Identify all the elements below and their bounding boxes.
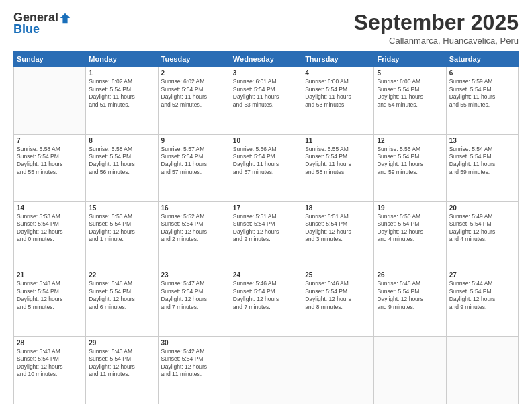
day-number: 22 (89, 271, 154, 279)
logo: General Blue (13, 11, 71, 36)
day-info: Sunrise: 6:02 AM Sunset: 5:54 PM Dayligh… (89, 78, 154, 109)
calendar-cell: 19Sunrise: 5:50 AM Sunset: 5:54 PM Dayli… (374, 201, 446, 269)
day-info: Sunrise: 5:53 AM Sunset: 5:54 PM Dayligh… (89, 213, 154, 244)
calendar-week-row: 14Sunrise: 5:53 AM Sunset: 5:54 PM Dayli… (14, 201, 519, 269)
calendar-cell: 4Sunrise: 6:00 AM Sunset: 5:54 PM Daylig… (302, 67, 374, 134)
svg-marker-0 (60, 13, 70, 22)
day-info: Sunrise: 6:01 AM Sunset: 5:54 PM Dayligh… (233, 78, 299, 109)
day-number: 19 (377, 204, 443, 212)
day-info: Sunrise: 5:51 AM Sunset: 5:54 PM Dayligh… (233, 213, 299, 244)
calendar-week-row: 28Sunrise: 5:43 AM Sunset: 5:54 PM Dayli… (14, 336, 519, 404)
calendar-cell (446, 336, 518, 404)
weekday-header-friday: Friday (374, 52, 446, 67)
day-info: Sunrise: 5:51 AM Sunset: 5:54 PM Dayligh… (305, 213, 371, 244)
day-number: 7 (17, 137, 83, 144)
day-info: Sunrise: 5:53 AM Sunset: 5:54 PM Dayligh… (17, 213, 83, 244)
day-number: 23 (161, 271, 227, 279)
day-info: Sunrise: 5:59 AM Sunset: 5:54 PM Dayligh… (449, 78, 515, 109)
calendar-cell: 2Sunrise: 6:02 AM Sunset: 5:54 PM Daylig… (158, 67, 230, 134)
calendar-cell (14, 67, 86, 134)
calendar-cell: 7Sunrise: 5:58 AM Sunset: 5:54 PM Daylig… (14, 134, 86, 201)
day-number: 15 (89, 204, 154, 212)
day-info: Sunrise: 5:48 AM Sunset: 5:54 PM Dayligh… (17, 280, 83, 311)
calendar-cell: 30Sunrise: 5:42 AM Sunset: 5:54 PM Dayli… (158, 336, 230, 404)
calendar-cell: 13Sunrise: 5:54 AM Sunset: 5:54 PM Dayli… (446, 134, 518, 201)
day-number: 21 (17, 271, 83, 279)
day-info: Sunrise: 5:58 AM Sunset: 5:54 PM Dayligh… (89, 146, 154, 177)
weekday-header-saturday: Saturday (446, 52, 518, 67)
day-number: 11 (305, 137, 371, 144)
title-block: September 2025 Callanmarca, Huancavelica… (354, 11, 519, 46)
day-number: 18 (305, 204, 371, 212)
day-number: 30 (161, 339, 227, 347)
calendar-cell: 11Sunrise: 5:55 AM Sunset: 5:54 PM Dayli… (302, 134, 374, 201)
calendar-cell: 23Sunrise: 5:47 AM Sunset: 5:54 PM Dayli… (158, 269, 230, 336)
day-info: Sunrise: 5:48 AM Sunset: 5:54 PM Dayligh… (89, 280, 154, 311)
day-info: Sunrise: 5:43 AM Sunset: 5:54 PM Dayligh… (17, 348, 83, 379)
day-number: 6 (449, 69, 515, 77)
day-info: Sunrise: 5:57 AM Sunset: 5:54 PM Dayligh… (161, 146, 227, 177)
day-number: 16 (161, 204, 227, 212)
logo-blue-text: Blue (13, 22, 40, 36)
calendar-table: SundayMondayTuesdayWednesdayThursdayFrid… (13, 51, 519, 404)
day-info: Sunrise: 5:47 AM Sunset: 5:54 PM Dayligh… (161, 280, 227, 311)
calendar-cell: 18Sunrise: 5:51 AM Sunset: 5:54 PM Dayli… (302, 201, 374, 269)
day-info: Sunrise: 5:56 AM Sunset: 5:54 PM Dayligh… (233, 146, 299, 177)
day-info: Sunrise: 6:00 AM Sunset: 5:54 PM Dayligh… (305, 78, 371, 109)
calendar-cell: 3Sunrise: 6:01 AM Sunset: 5:54 PM Daylig… (230, 67, 302, 134)
day-number: 12 (377, 137, 443, 144)
calendar-cell: 14Sunrise: 5:53 AM Sunset: 5:54 PM Dayli… (14, 201, 86, 269)
day-info: Sunrise: 5:43 AM Sunset: 5:54 PM Dayligh… (89, 348, 154, 379)
day-info: Sunrise: 5:55 AM Sunset: 5:54 PM Dayligh… (305, 146, 371, 177)
day-info: Sunrise: 5:54 AM Sunset: 5:54 PM Dayligh… (449, 146, 515, 177)
calendar-cell: 25Sunrise: 5:46 AM Sunset: 5:54 PM Dayli… (302, 269, 374, 336)
day-number: 5 (377, 69, 443, 77)
day-info: Sunrise: 5:46 AM Sunset: 5:54 PM Dayligh… (305, 280, 371, 311)
calendar-week-row: 21Sunrise: 5:48 AM Sunset: 5:54 PM Dayli… (14, 269, 519, 336)
day-info: Sunrise: 5:52 AM Sunset: 5:54 PM Dayligh… (161, 213, 227, 244)
day-number: 24 (233, 271, 299, 279)
calendar-cell: 22Sunrise: 5:48 AM Sunset: 5:54 PM Dayli… (86, 269, 158, 336)
header: General Blue September 2025 Callanmarca,… (13, 11, 519, 46)
weekday-header-wednesday: Wednesday (230, 52, 302, 67)
day-number: 8 (89, 137, 154, 144)
day-number: 4 (305, 69, 371, 77)
day-info: Sunrise: 6:00 AM Sunset: 5:54 PM Dayligh… (377, 78, 443, 109)
day-number: 27 (449, 271, 515, 279)
day-info: Sunrise: 5:45 AM Sunset: 5:54 PM Dayligh… (377, 280, 443, 311)
location: Callanmarca, Huancavelica, Peru (354, 36, 519, 46)
day-number: 14 (17, 204, 83, 212)
calendar-cell: 26Sunrise: 5:45 AM Sunset: 5:54 PM Dayli… (374, 269, 446, 336)
logo-icon (59, 12, 71, 24)
weekday-header-monday: Monday (86, 52, 158, 67)
calendar-cell: 17Sunrise: 5:51 AM Sunset: 5:54 PM Dayli… (230, 201, 302, 269)
calendar-cell: 1Sunrise: 6:02 AM Sunset: 5:54 PM Daylig… (86, 67, 158, 134)
day-number: 28 (17, 339, 83, 347)
calendar-week-row: 7Sunrise: 5:58 AM Sunset: 5:54 PM Daylig… (14, 134, 519, 201)
calendar-cell: 12Sunrise: 5:55 AM Sunset: 5:54 PM Dayli… (374, 134, 446, 201)
calendar-cell: 15Sunrise: 5:53 AM Sunset: 5:54 PM Dayli… (86, 201, 158, 269)
day-info: Sunrise: 5:46 AM Sunset: 5:54 PM Dayligh… (233, 280, 299, 311)
day-number: 10 (233, 137, 299, 144)
day-number: 2 (161, 69, 227, 77)
calendar-cell: 6Sunrise: 5:59 AM Sunset: 5:54 PM Daylig… (446, 67, 518, 134)
page: General Blue September 2025 Callanmarca,… (0, 0, 532, 411)
weekday-header-sunday: Sunday (14, 52, 86, 67)
day-number: 3 (233, 69, 299, 77)
day-info: Sunrise: 6:02 AM Sunset: 5:54 PM Dayligh… (161, 78, 227, 109)
calendar-cell: 21Sunrise: 5:48 AM Sunset: 5:54 PM Dayli… (14, 269, 86, 336)
day-info: Sunrise: 5:58 AM Sunset: 5:54 PM Dayligh… (17, 146, 83, 177)
day-number: 1 (89, 69, 154, 77)
calendar-week-row: 1Sunrise: 6:02 AM Sunset: 5:54 PM Daylig… (14, 67, 519, 134)
weekday-header-row: SundayMondayTuesdayWednesdayThursdayFrid… (14, 52, 519, 67)
calendar-cell: 5Sunrise: 6:00 AM Sunset: 5:54 PM Daylig… (374, 67, 446, 134)
day-info: Sunrise: 5:55 AM Sunset: 5:54 PM Dayligh… (377, 146, 443, 177)
calendar-cell: 29Sunrise: 5:43 AM Sunset: 5:54 PM Dayli… (86, 336, 158, 404)
day-number: 29 (89, 339, 154, 347)
calendar-cell: 10Sunrise: 5:56 AM Sunset: 5:54 PM Dayli… (230, 134, 302, 201)
day-number: 17 (233, 204, 299, 212)
calendar-cell: 8Sunrise: 5:58 AM Sunset: 5:54 PM Daylig… (86, 134, 158, 201)
calendar-cell: 27Sunrise: 5:44 AM Sunset: 5:54 PM Dayli… (446, 269, 518, 336)
day-number: 9 (161, 137, 227, 144)
day-info: Sunrise: 5:49 AM Sunset: 5:54 PM Dayligh… (449, 213, 515, 244)
